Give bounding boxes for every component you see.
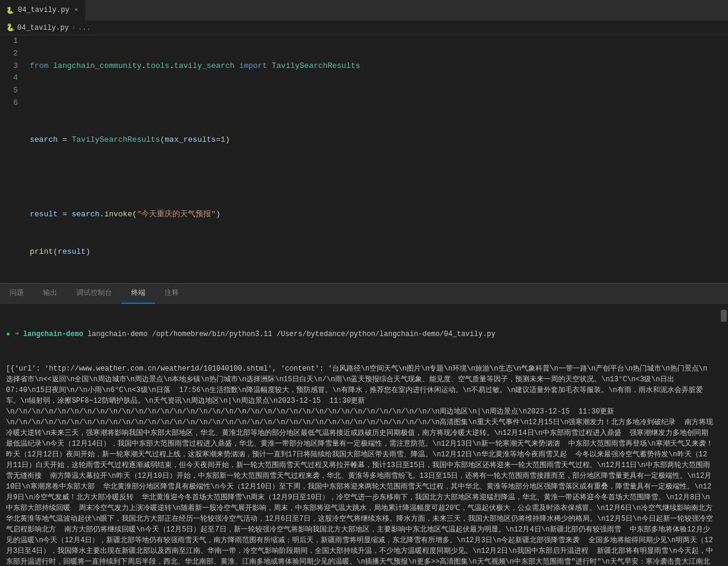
code-section: 1 2 3 4 5 6 from langchain_community.too… bbox=[0, 35, 728, 283]
file-tab[interactable]: 🐍 04_tavily.py × bbox=[0, 0, 86, 21]
breadcrumb-file: 04_tavily.py bbox=[17, 24, 69, 32]
tab-debug-console[interactable]: 调试控制台 bbox=[67, 283, 122, 304]
breadcrumb-icon: 🐍 bbox=[6, 23, 15, 32]
line-num-5: 5 bbox=[6, 85, 18, 97]
line-numbers: 1 2 3 4 5 6 bbox=[0, 35, 24, 283]
code-line-2 bbox=[30, 97, 722, 110]
terminal-line-prompt: ● ➜ langchain-demo langchain-demo /opt/h… bbox=[6, 329, 714, 340]
tab-bar: 🐍 04_tavily.py × bbox=[0, 0, 728, 21]
scrollbar-thumb[interactable] bbox=[721, 310, 727, 322]
line-num-4: 4 bbox=[6, 72, 18, 85]
terminal-result: [{'url': 'http://www.weather.com.cn/weat… bbox=[6, 365, 720, 566]
line-num-2: 2 bbox=[6, 48, 18, 60]
terminal-output-content: [{'url': 'http://www.weather.com.cn/weat… bbox=[6, 363, 714, 566]
close-tab-button[interactable]: × bbox=[73, 6, 79, 14]
terminal-output[interactable]: ● ➜ langchain-demo langchain-demo /opt/h… bbox=[0, 304, 720, 566]
breadcrumb: 🐍 04_tavily.py › ... bbox=[0, 21, 728, 35]
code-line-6: print(result) bbox=[30, 246, 722, 259]
editor-area: 1 2 3 4 5 6 from langchain_community.too… bbox=[0, 35, 728, 566]
breadcrumb-rest: ... bbox=[78, 24, 91, 32]
code-content[interactable]: from langchain_community.tools.tavily_se… bbox=[24, 35, 728, 283]
tab-problems[interactable]: 问题 bbox=[0, 283, 33, 304]
tab-terminal[interactable]: 终端 bbox=[122, 283, 155, 304]
terminal-command: langchain-demo /opt/homebrew/bin/python3… bbox=[83, 330, 495, 338]
tab-label: 04_tavily.py bbox=[18, 6, 69, 14]
code-line-3: search = TavilySearchResults(max_results… bbox=[30, 134, 722, 147]
code-line-4 bbox=[30, 172, 722, 184]
code-line-1: from langchain_community.tools.tavily_se… bbox=[30, 60, 722, 73]
breadcrumb-sep: › bbox=[71, 24, 75, 32]
bottom-panel-tabs: 问题 输出 调试控制台 终端 注释 bbox=[0, 283, 728, 304]
terminal-container: ● ➜ langchain-demo langchain-demo /opt/h… bbox=[0, 304, 728, 566]
tab-comments[interactable]: 注释 bbox=[155, 283, 188, 304]
line-num-3: 3 bbox=[6, 60, 18, 73]
code-line-5: result = search.invoke("今天重庆的天气预报") bbox=[30, 209, 722, 221]
scrollbar-track[interactable] bbox=[720, 304, 728, 566]
line-num-6: 6 bbox=[6, 97, 18, 110]
python-icon: 🐍 bbox=[6, 7, 14, 14]
tab-output[interactable]: 输出 bbox=[33, 283, 67, 304]
line-num-1: 1 bbox=[6, 35, 18, 48]
